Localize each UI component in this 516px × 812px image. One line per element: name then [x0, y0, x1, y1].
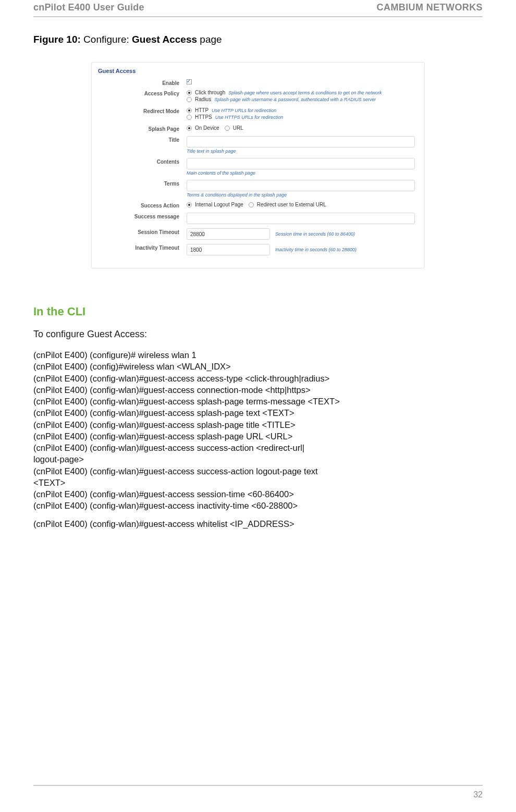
row-title: Title Title text in splash page [92, 134, 424, 156]
opt-https: HTTPS [195, 114, 212, 120]
guest-access-panel: Guest Access Enable Access Policy Click … [91, 62, 425, 268]
opt-radius: Radius [195, 96, 211, 102]
contents-input[interactable] [187, 158, 415, 169]
title-input[interactable] [187, 136, 415, 147]
figure-suffix: page [197, 34, 222, 45]
hint-click-through: Splash-page where users accept terms & c… [228, 90, 382, 95]
page-number: 32 [33, 790, 483, 799]
radio-url[interactable] [225, 126, 230, 131]
label-redirect-mode: Redirect Mode [92, 105, 187, 114]
radio-http[interactable] [187, 108, 192, 113]
inactivity-timeout-input[interactable] [187, 244, 270, 255]
hint-inactivity-timeout: Inactivity time in seconds (60 to 28800) [275, 247, 357, 252]
header-left: cnPilot E400 User Guide [33, 2, 144, 13]
opt-http: HTTP [195, 107, 208, 113]
cli-block-1: (cnPilot E400) (configure)# wireless wla… [33, 349, 483, 512]
radio-radius[interactable] [187, 97, 192, 102]
hint-https: Use HTTPS URLs for redirection [215, 115, 284, 120]
opt-redirect-external: Redirect user to External URL [257, 202, 326, 207]
label-success-message: Success message [92, 211, 187, 219]
hint-session-timeout: Session time in seconds (60 to 86400) [275, 231, 355, 237]
row-redirect-mode: Redirect Mode HTTP Use HTTP URLs for red… [92, 105, 424, 123]
opt-url: URL [233, 125, 243, 131]
cli-subheading: To configure Guest Access: [33, 329, 483, 340]
figure-caption: Figure 10: Configure: Guest Access page [33, 34, 483, 45]
label-terms: Terms [92, 178, 187, 187]
figure-mid: Configure: [81, 34, 132, 45]
hint-title: Title text in splash page [187, 149, 415, 154]
row-contents: Contents Main contents of the splash pag… [92, 156, 424, 178]
footer-rule [33, 785, 483, 786]
hint-terms: Terms & conditions displayed in the spla… [187, 192, 415, 198]
figure-prefix: Figure 10: [33, 34, 81, 45]
opt-on-device: On Device [195, 125, 219, 131]
row-terms: Terms Terms & conditions displayed in th… [92, 178, 424, 200]
row-access-policy: Access Policy Click through Splash-page … [92, 88, 424, 105]
page-footer: 32 [33, 785, 483, 799]
cli-block-2: (cnPilot E400) (config-wlan)#guest-acces… [33, 518, 483, 530]
radio-https[interactable] [187, 115, 192, 120]
figure-bold2: Guest Access [132, 34, 197, 45]
radio-click-through[interactable] [187, 90, 192, 95]
radio-on-device[interactable] [187, 126, 192, 131]
enable-checkbox[interactable] [187, 79, 192, 84]
session-timeout-input[interactable] [187, 228, 270, 240]
header-right: CAMBIUM NETWORKS [377, 2, 483, 13]
hint-contents: Main contents of the splash page [187, 170, 415, 176]
label-session-timeout: Session Timeout [92, 226, 187, 235]
hint-radius: Splash-page with username & password, au… [214, 97, 376, 102]
radio-redirect-external[interactable] [249, 202, 254, 207]
label-splash-page: Splash Page [92, 123, 187, 132]
panel-title: Guest Access [92, 63, 424, 77]
row-session-timeout: Session Timeout Session time in seconds … [92, 226, 424, 242]
row-splash-page: Splash Page On Device URL [92, 123, 424, 134]
row-enable: Enable [92, 77, 424, 88]
terms-input[interactable] [187, 180, 415, 191]
label-access-policy: Access Policy [92, 88, 187, 96]
label-inactivity-timeout: Inactivity Timeout [92, 242, 187, 251]
cli-heading: In the CLI [33, 305, 483, 318]
page-header: cnPilot E400 User Guide CAMBIUM NETWORKS [33, 0, 483, 17]
label-success-action: Success Action [92, 200, 187, 208]
label-enable: Enable [92, 77, 187, 86]
row-success-message: Success message [92, 211, 424, 226]
row-inactivity-timeout: Inactivity Timeout Inactivity time in se… [92, 242, 424, 257]
label-contents: Contents [92, 156, 187, 165]
hint-http: Use HTTP URLs for redirection [212, 108, 276, 113]
opt-click-through: Click through [195, 90, 225, 95]
label-title: Title [92, 134, 187, 143]
radio-internal-logout[interactable] [187, 202, 192, 207]
success-message-input[interactable] [187, 213, 415, 224]
opt-internal-logout: Internal Logout Page [195, 202, 243, 207]
row-success-action: Success Action Internal Logout Page Redi… [92, 200, 424, 211]
